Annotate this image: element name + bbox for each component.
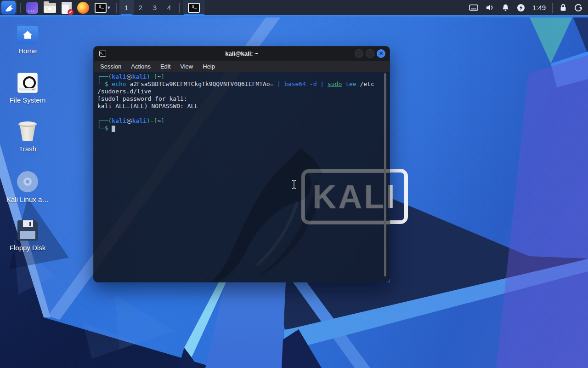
- terminal-line: /sudoers.d/live: [97, 88, 382, 95]
- desktop-icon-kali-linux[interactable]: Kali Linux a…: [4, 171, 51, 203]
- terminal-line: ┌──(kali㉿kali)-[~]: [97, 73, 382, 80]
- desktop-icon-floppy-disk[interactable]: Floppy Disk: [4, 220, 51, 252]
- chevron-down-icon: ▾: [107, 5, 110, 11]
- menu-item-session[interactable]: Session: [100, 63, 121, 70]
- terminal-window-title: kali@kali: ~: [94, 50, 390, 57]
- workspace-switcher: 1234: [119, 0, 176, 15]
- workspace-button-2[interactable]: 2: [134, 0, 148, 15]
- menu-item-actions[interactable]: Actions: [131, 63, 151, 70]
- lock-screen-icon[interactable]: [556, 0, 571, 15]
- text-editor-icon: [62, 2, 72, 14]
- logout-icon[interactable]: [571, 0, 588, 15]
- launcher-app-window[interactable]: [23, 0, 41, 15]
- terminal-task-icon: $_: [188, 3, 200, 13]
- terminal-titlebar[interactable]: $_ kali@kali: ~ ✕: [94, 46, 390, 61]
- home-folder-icon: [17, 26, 38, 44]
- trash-can-icon: [18, 121, 37, 142]
- terminal-line: [97, 110, 382, 117]
- launcher-text-editor[interactable]: [59, 0, 74, 15]
- kali-desktop: { "wallpaper": { "watermark_text": "KALI…: [0, 0, 588, 368]
- kali-watermark-text: KALI: [313, 193, 390, 201]
- minimize-button[interactable]: [355, 49, 363, 58]
- menu-item-edit[interactable]: Edit: [160, 63, 170, 70]
- launcher-file-manager[interactable]: [41, 0, 59, 15]
- taskbar-window-terminal[interactable]: $_: [183, 0, 205, 15]
- desktop-icon-label: Kali Linux a…: [6, 196, 49, 203]
- desktop-icon-home[interactable]: Home: [4, 23, 51, 55]
- menu-item-view[interactable]: View: [180, 63, 193, 70]
- panel-separator: [179, 3, 180, 13]
- terminal-line: └─$ echo a2FsaSBBTEw9KEFMTCkgTk9QQVNTV0Q…: [97, 80, 382, 88]
- applications-menu-button[interactable]: [0, 0, 17, 15]
- desktop-icon-trash[interactable]: Trash: [4, 121, 51, 153]
- purple-window-icon: [26, 2, 38, 14]
- terminal-cursor: [112, 126, 115, 132]
- terminal-line: [sudo] password for kali:: [97, 95, 382, 103]
- menu-item-help[interactable]: Help: [203, 63, 215, 70]
- optical-disc-icon: [17, 171, 38, 192]
- workspace-button-1[interactable]: 1: [119, 0, 134, 15]
- desktop-icon-label: Floppy Disk: [10, 244, 45, 252]
- desktop-icon-label: Trash: [19, 145, 36, 153]
- workspace-button-4[interactable]: 4: [162, 0, 176, 15]
- terminal-scrollbar[interactable]: [384, 73, 386, 276]
- terminal-menubar: SessionActionsEditViewHelp: [94, 61, 390, 72]
- terminal-output: ┌──(kali㉿kali)-[~]└─$ echo a2FsaSBBTEw9K…: [94, 72, 390, 133]
- file-manager-folder-icon: [44, 3, 56, 13]
- launcher-firefox[interactable]: [74, 0, 92, 15]
- keyboard-layout-tray-icon[interactable]: [465, 0, 482, 15]
- desktop-icon-label: Home: [18, 47, 37, 55]
- panel-separator: [116, 3, 117, 13]
- terminal-line: ┌──(kali㉿kali)-[~]: [97, 117, 382, 125]
- terminal-line: kali ALL=(ALL) NOPASSWD: ALL: [97, 103, 382, 110]
- terminal-content[interactable]: KALI ┌──(kali㉿kali)-[~]└─$ echo a2FsaSBB…: [94, 72, 390, 282]
- terminal-window-icon: $_: [99, 51, 106, 57]
- terminal-window: $_ kali@kali: ~ ✕ SessionActionsEditView…: [93, 46, 390, 282]
- volume-tray-icon[interactable]: [482, 0, 498, 15]
- workspace-button-3[interactable]: 3: [148, 0, 162, 15]
- maximize-button[interactable]: [366, 49, 374, 58]
- floppy-disk-icon: [17, 220, 38, 241]
- kali-menu-icon: [1, 1, 16, 14]
- panel-separator: [20, 3, 21, 13]
- desktop-icon-file-system[interactable]: File System: [4, 73, 51, 104]
- clock[interactable]: 1:49: [529, 0, 549, 15]
- panel-separator: [552, 3, 553, 13]
- top-panel: $_ ▾ 1234 $_: [0, 0, 588, 15]
- notifications-bell-icon[interactable]: [498, 0, 513, 15]
- firefox-icon: [77, 2, 89, 14]
- launcher-terminal[interactable]: $_ ▾: [92, 0, 113, 15]
- wallpaper-facet: [0, 15, 588, 17]
- kali-watermark-dim: KALI: [301, 169, 390, 224]
- close-button[interactable]: ✕: [377, 49, 385, 58]
- power-manager-tray-icon[interactable]: [513, 0, 529, 15]
- hard-drive-icon: [17, 73, 38, 93]
- terminal-launcher-icon: $_: [95, 3, 107, 13]
- terminal-line: └─$: [97, 125, 382, 132]
- desktop-icon-label: File System: [10, 96, 45, 104]
